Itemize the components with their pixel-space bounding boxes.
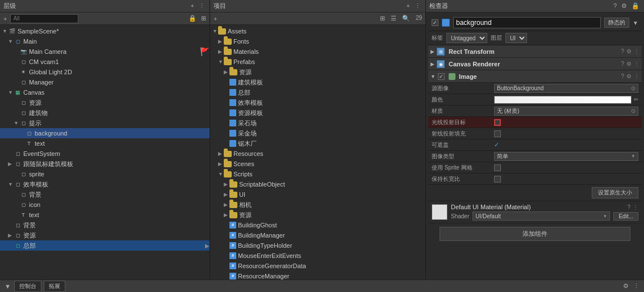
bottom-menu-icon[interactable]: ⋮ (632, 282, 641, 290)
image-settings[interactable]: ⚙ (626, 73, 632, 79)
project-item-quarry[interactable]: 采石场 (210, 118, 425, 128)
project-item-camera[interactable]: 相机 (210, 200, 425, 210)
project-item-scenes[interactable]: Scenes (210, 159, 425, 169)
project-item-scriptable[interactable]: ScriptableObject (210, 179, 425, 189)
hierarchy-search-input[interactable] (10, 14, 78, 23)
console-tab[interactable]: 控制台 (14, 281, 41, 292)
project-item-mine[interactable]: 采金场 (210, 128, 425, 138)
color-swatch[interactable] (494, 96, 632, 104)
canvas-renderer-menu[interactable]: ⋮ (634, 61, 639, 67)
project-item-mouseenter[interactable]: # MouseEnterExitEvents (210, 251, 425, 261)
object-active-checkbox[interactable]: ✓ (432, 19, 438, 26)
image-enabled-checkbox[interactable]: ✓ (438, 73, 445, 80)
rect-transform-settings[interactable]: ⚙ (626, 48, 632, 54)
prop-source-value[interactable]: ButtonBackground ⊙ (494, 84, 638, 93)
tree-item-sprite[interactable]: ◻ sprite (0, 169, 210, 179)
project-item-arch-tpl[interactable]: 建筑模板 (210, 77, 425, 87)
project-item-buildingghost[interactable]: # BuildingGhost (210, 220, 425, 230)
hierarchy-expand-icon[interactable]: ⊞ (200, 15, 207, 22)
hierarchy-menu-icon[interactable]: ⋮ (198, 2, 206, 10)
inspector-settings-icon[interactable]: ⚙ (620, 2, 628, 10)
tree-item-canvas[interactable]: ▦ Canvas (0, 87, 210, 98)
tree-item-headquarters[interactable]: ◻ 总部 ▶ (0, 240, 210, 251)
tree-item-text2[interactable]: T text (0, 210, 210, 220)
rect-transform-help[interactable]: ? (621, 48, 624, 54)
project-list-icon[interactable]: ☰ (390, 15, 398, 22)
tree-item-followmouse[interactable]: ◻ 跟随鼠标建筑模板 (0, 159, 210, 169)
project-add-icon[interactable]: + (405, 2, 411, 10)
project-item-res-s[interactable]: 资源 (210, 210, 425, 220)
project-item-assets[interactable]: Assets (210, 26, 425, 36)
static-button[interactable]: 静态的 (604, 18, 629, 28)
inspector-lock-icon[interactable]: 🔒 (630, 2, 641, 10)
tree-item-icon[interactable]: ◻ icon (0, 200, 210, 210)
extend-tab[interactable]: 拓展 (44, 281, 65, 292)
project-item-hq[interactable]: 总部 (210, 87, 425, 98)
tag-select[interactable]: Untagged (446, 33, 487, 43)
image-expand-icon[interactable]: ▼ (430, 74, 436, 79)
canvas-renderer-help[interactable]: ? (621, 61, 624, 67)
hierarchy-lock-icon[interactable]: 🔒 (187, 15, 198, 22)
rect-transform-expand-icon[interactable]: ▶ (430, 49, 434, 54)
tree-item-manager[interactable]: ◻ Manager (0, 77, 210, 87)
use-sprite-checkbox[interactable] (494, 164, 501, 171)
edit-button[interactable]: Edit... (613, 212, 638, 221)
project-item-eff[interactable]: 效率模板 (210, 98, 425, 108)
static-dropdown-icon[interactable]: ▼ (633, 20, 638, 26)
material-menu[interactable]: ⋮ (633, 204, 638, 210)
raycast-padding-checkbox[interactable] (494, 130, 501, 137)
inspector-help-icon[interactable]: ? (612, 2, 618, 10)
tree-item-main[interactable]: ◻ Main (0, 36, 210, 46)
hierarchy-add-icon[interactable]: + (190, 2, 195, 10)
project-item-buildingtypeholder[interactable]: # BuildingTypeHolder (210, 240, 425, 251)
material-help[interactable]: ? (627, 204, 630, 210)
raycast-target-checkbox[interactable] (494, 119, 501, 126)
project-menu-icon[interactable]: ⋮ (413, 2, 422, 10)
material-select-icon[interactable]: ⊙ (631, 108, 635, 114)
project-grid-icon[interactable]: ⊞ (379, 15, 386, 22)
project-item-resourcegeneratordata[interactable]: # ResourceGeneratorData (210, 261, 425, 271)
tree-item-resources2[interactable]: ◻ 资源 (0, 230, 210, 240)
tree-item-efftpl[interactable]: ◻ 效率模板 (0, 179, 210, 189)
tree-item-tips[interactable]: ◻ 提示 (0, 118, 210, 128)
project-item-res[interactable]: 资源 (210, 67, 425, 77)
project-item-buildingmanager[interactable]: # BuildingManager (210, 230, 425, 240)
project-item-ui[interactable]: UI (210, 189, 425, 200)
tree-item-globallight2d[interactable]: ☀ Global Light 2D (0, 67, 210, 77)
rect-transform-menu[interactable]: ⋮ (634, 48, 639, 54)
tree-item-resources1[interactable]: ◻ 资源 (0, 98, 210, 108)
tree-item-maincamera[interactable]: 📷 Main Camera 🚩 (0, 46, 210, 57)
image-menu[interactable]: ⋮ (634, 73, 639, 79)
tree-item-buildings[interactable]: ◻ 建筑物 (0, 108, 210, 118)
project-search-icon[interactable]: 🔍 (401, 15, 411, 22)
project-item-resourcemanager[interactable]: # ResourceManager (210, 271, 425, 280)
image-type-dropdown[interactable]: 简单 ▼ (494, 152, 638, 161)
project-plus-btn[interactable]: + (212, 15, 218, 22)
color-edit-icon[interactable]: ✏ (634, 96, 638, 103)
prop-material-value[interactable]: 无 (材质) ⊙ (494, 107, 638, 116)
project-item-sawmill[interactable]: 锯木厂 (210, 138, 425, 149)
tree-item-eventsystem[interactable]: ◻ EventSystem (0, 149, 210, 159)
project-item-fonts[interactable]: Fonts (210, 36, 425, 46)
tree-item-samplescene[interactable]: 🎬 SampleScene* (0, 26, 210, 36)
preserve-aspect-checkbox[interactable] (494, 176, 501, 183)
hierarchy-plus-btn[interactable]: + (2, 15, 8, 22)
tree-item-background[interactable]: ◻ background (0, 128, 210, 138)
canvas-renderer-settings[interactable]: ⚙ (626, 61, 632, 67)
add-component-button[interactable]: 添加组件 (440, 227, 630, 241)
tree-item-bg2[interactable]: ◻ 背景 (0, 189, 210, 200)
project-item-scripts[interactable]: Scripts (210, 169, 425, 179)
image-help[interactable]: ? (621, 73, 624, 79)
project-item-materials[interactable]: Materials (210, 46, 425, 57)
tree-item-text[interactable]: T text (0, 138, 210, 149)
hq-expand-arrow[interactable]: ▶ (205, 243, 210, 249)
canvas-renderer-expand-icon[interactable]: ▶ (430, 61, 434, 67)
source-image-select-icon[interactable]: ⊙ (631, 85, 635, 91)
tree-item-beige[interactable]: ◻ 背景 (0, 220, 210, 230)
shader-dropdown[interactable]: UI/Default ▼ (472, 211, 610, 221)
project-item-prefabs[interactable]: Prefabs (210, 57, 425, 67)
object-name-input[interactable] (453, 17, 601, 28)
console-expand-icon[interactable]: ▼ (3, 283, 12, 290)
project-item-res-tpl[interactable]: 资源模板 (210, 108, 425, 118)
bottom-settings-icon[interactable]: ⚙ (622, 282, 630, 290)
